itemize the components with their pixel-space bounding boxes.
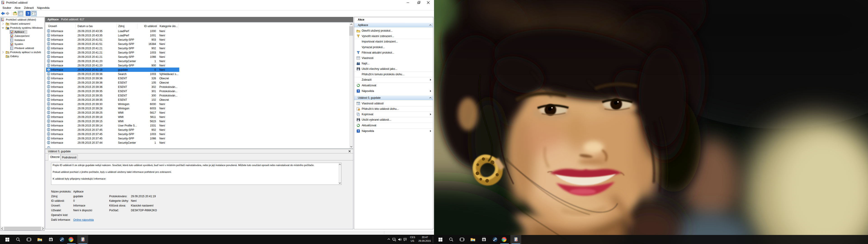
svg-text:?: ? [27,11,29,16]
svg-text:?: ? [358,90,359,92]
svg-text:?: ? [358,130,359,132]
